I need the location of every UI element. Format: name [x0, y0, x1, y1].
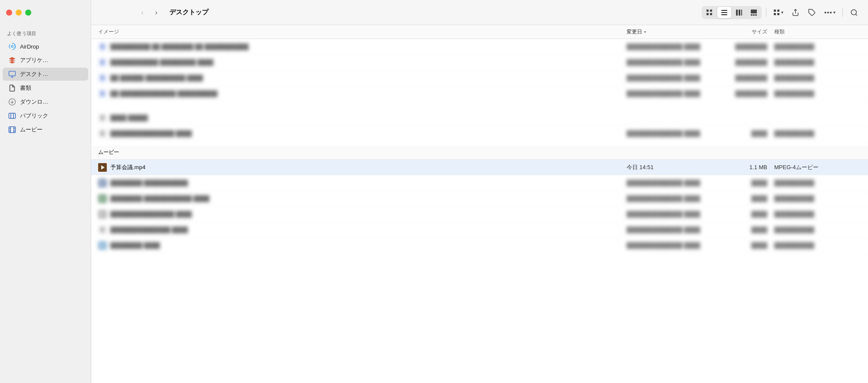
toolbar-divider-1 [766, 8, 766, 17]
file-icon [98, 226, 107, 234]
tag-button[interactable] [805, 6, 819, 20]
video-file-icon [98, 163, 107, 172]
sidebar-item-downloads-label: ダウンロ… [20, 98, 48, 106]
svg-rect-21 [774, 13, 776, 15]
col-header-size: サイズ [722, 28, 774, 36]
toolbar-title: デスクトップ [169, 8, 698, 16]
svg-rect-16 [751, 14, 752, 16]
sidebar-item-documents[interactable]: 書類 [3, 82, 88, 95]
svg-marker-40 [101, 244, 104, 247]
svg-rect-11 [721, 14, 727, 15]
group-chevron: ▾ [781, 10, 783, 15]
file-date: 今日 14:51 [627, 164, 722, 171]
svg-marker-36 [101, 181, 104, 185]
file-list-container[interactable]: イメージ 変更日 ▾ サイズ 種類 ██████████ ██ ████████… [91, 25, 868, 383]
svg-rect-20 [777, 10, 779, 12]
column-headers: イメージ 変更日 ▾ サイズ 種類 [91, 25, 868, 39]
file-icon [98, 194, 107, 203]
gallery-view-button[interactable] [747, 7, 761, 18]
list-view-button[interactable] [717, 7, 731, 18]
public-icon [8, 111, 17, 120]
close-button[interactable] [6, 10, 12, 16]
svg-point-25 [851, 10, 856, 15]
file-group-blurred-mid: ████ █████ ████████████████ ████ ███████… [91, 101, 868, 146]
svg-rect-4 [9, 127, 16, 133]
file-icon [98, 114, 107, 122]
file-icon [98, 89, 107, 98]
svg-rect-6 [710, 10, 712, 12]
file-icon [98, 74, 107, 82]
file-row[interactable]: ██ ██████ ██████████ ████ ██████████████… [91, 70, 868, 86]
date-sort-chevron: ▾ [644, 29, 646, 34]
svg-line-26 [855, 14, 857, 15]
toolbar-divider-2 [842, 8, 843, 17]
sidebar-item-documents-label: 書類 [20, 84, 31, 92]
column-view-button[interactable] [732, 7, 746, 18]
file-row[interactable]: ████████████████ ████ ██████████████ ███… [91, 126, 868, 141]
file-row[interactable]: ████████ ████ ██████████████ ████ ████ █… [91, 238, 868, 253]
forward-button[interactable]: › [150, 7, 162, 19]
apps-icon [8, 56, 17, 65]
svg-rect-22 [777, 13, 779, 15]
file-row[interactable]: ████████ ████████████ ████ █████████████… [91, 191, 868, 206]
movies-group-header: ムービー [91, 146, 868, 160]
svg-rect-17 [753, 14, 755, 16]
sidebar-item-downloads[interactable]: ダウンロ… [3, 95, 88, 108]
svg-rect-5 [706, 10, 709, 12]
icon-view-button[interactable] [703, 7, 716, 18]
svg-rect-7 [706, 13, 709, 15]
view-toggle-group [702, 6, 762, 19]
svg-rect-32 [100, 131, 105, 136]
svg-rect-19 [774, 10, 776, 12]
downloads-icon [8, 98, 17, 106]
col-header-name: イメージ [98, 28, 627, 36]
sidebar-item-movies[interactable]: ムービー [3, 123, 88, 136]
file-row[interactable]: ████████████████ ████ ██████████████ ███… [91, 206, 868, 222]
svg-rect-31 [100, 115, 105, 121]
file-row-budget-meeting[interactable]: 予算会議.mp4 今日 14:51 1.1 MB MPEG-4ムービー [91, 160, 868, 175]
search-button[interactable] [847, 6, 861, 20]
share-button[interactable] [789, 6, 802, 20]
toolbar-nav: ‹ › [136, 7, 162, 19]
file-icon [98, 129, 107, 138]
file-group-blurred-top: ██████████ ██ ████████ ██ ███████████ ██… [91, 39, 868, 101]
sidebar-item-public-label: パブリック [20, 112, 48, 120]
maximize-button[interactable] [25, 10, 31, 16]
desktop-icon [8, 70, 17, 79]
file-size: 1.1 MB [722, 164, 774, 170]
file-row[interactable]: ████ █████ [91, 110, 868, 126]
group-button[interactable]: ▾ [771, 7, 786, 19]
file-kind: MPEG-4ムービー [774, 164, 861, 171]
sidebar-item-desktop[interactable]: デスクト… [3, 68, 88, 81]
file-row[interactable]: ██ ██████████████ ██████████ ███████████… [91, 86, 868, 101]
file-icon [98, 43, 107, 51]
sidebar-item-apps[interactable]: アプリケ… [3, 54, 88, 67]
svg-rect-39 [100, 227, 105, 232]
file-name: 予算会議.mp4 [110, 164, 145, 171]
col-header-date: 変更日 ▾ [627, 28, 722, 36]
file-icon [98, 210, 107, 219]
sidebar-item-airdrop-label: AirDrop [20, 43, 39, 50]
svg-marker-38 [101, 213, 104, 216]
file-row[interactable]: ███████████████ ████ ██████████████ ████… [91, 222, 868, 238]
svg-marker-37 [101, 197, 104, 200]
back-button[interactable]: ‹ [136, 7, 149, 19]
minimize-button[interactable] [16, 10, 22, 16]
svg-rect-30 [100, 91, 105, 96]
more-button[interactable]: ••• ▾ [822, 7, 838, 19]
more-chevron: ▾ [833, 10, 835, 15]
file-row[interactable]: ████████████ █████████ ████ ████████████… [91, 55, 868, 70]
svg-rect-28 [100, 59, 105, 65]
main-content: ‹ › デスクトップ [91, 0, 868, 383]
traffic-lights [0, 0, 91, 25]
sidebar-section-label: よく使う項目 [0, 30, 91, 39]
svg-rect-3 [9, 113, 16, 118]
svg-rect-14 [741, 10, 742, 16]
sidebar-item-airdrop[interactable]: AirDrop [3, 40, 88, 53]
file-icon [98, 58, 107, 67]
svg-rect-10 [721, 12, 727, 13]
file-row[interactable]: ██████████ ██ ████████ ██ ███████████ ██… [91, 39, 868, 55]
toolbar: ‹ › デスクトップ [91, 0, 868, 25]
sidebar-item-public[interactable]: パブリック [3, 109, 88, 122]
file-row[interactable]: ████████ ███████████ ██████████████ ████… [91, 175, 868, 191]
